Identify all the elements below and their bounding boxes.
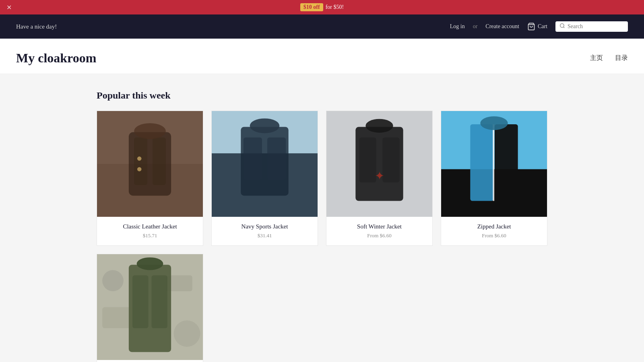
svg-point-8 — [134, 123, 166, 139]
product-image-3: ✦ — [326, 111, 432, 217]
product-price-2: $31.41 — [218, 232, 311, 239]
product-card-2[interactable]: Navy Sports Jacket $31.41 — [211, 111, 318, 246]
jacket-visual-1 — [97, 111, 203, 217]
main-content: Popular this week — [80, 74, 564, 362]
nav-catalog-link[interactable]: 目录 — [615, 54, 628, 62]
product-info-2: Navy Sports Jacket $31.41 — [212, 217, 318, 245]
product-name-4: Zipped Jacket — [448, 223, 541, 230]
svg-rect-39 — [132, 276, 148, 329]
jacket-visual-4 — [441, 111, 547, 217]
cart-label: Cart — [538, 23, 547, 30]
svg-rect-22 — [382, 138, 399, 183]
search-icon — [559, 23, 565, 30]
product-grid-row2: Olive Green Jacket From $5.34 — [97, 254, 547, 362]
product-price-3: From $6.60 — [333, 232, 426, 239]
svg-rect-40 — [151, 276, 167, 329]
svg-line-2 — [564, 27, 565, 28]
product-name-2: Navy Sports Jacket — [218, 223, 311, 230]
store-title: My cloakroom — [16, 51, 96, 66]
jacket-visual-5 — [97, 254, 203, 360]
product-price-1: $15.71 — [103, 232, 196, 239]
svg-text:✦: ✦ — [375, 169, 384, 182]
jacket-visual-3: ✦ — [326, 111, 432, 217]
svg-point-14 — [250, 118, 280, 133]
product-card-3[interactable]: ✦ Soft Winter Jacket From $6.60 — [326, 111, 433, 246]
product-info-4: Zipped Jacket From $6.60 — [441, 217, 547, 245]
svg-point-33 — [102, 270, 124, 291]
product-card-5[interactable]: Olive Green Jacket From $5.34 — [97, 254, 203, 362]
product-price-4: From $6.60 — [448, 232, 541, 239]
promo-text: for $50! — [326, 4, 344, 10]
svg-point-9 — [137, 156, 142, 161]
section-title: Popular this week — [97, 90, 547, 101]
navbar: Have a nice day! Log in or Create accoun… — [0, 14, 644, 39]
product-card-4[interactable]: Zipped Jacket From $6.60 — [441, 111, 547, 246]
search-box — [555, 21, 628, 32]
product-info-5: Olive Green Jacket From $5.34 — [97, 360, 203, 362]
svg-rect-28 — [495, 124, 518, 201]
nav-home-link[interactable]: 主页 — [590, 54, 603, 62]
cart-icon — [527, 23, 535, 31]
svg-rect-7 — [153, 138, 166, 185]
svg-point-34 — [174, 320, 200, 347]
svg-rect-27 — [470, 124, 493, 201]
svg-rect-15 — [244, 138, 262, 180]
svg-rect-21 — [359, 138, 376, 183]
svg-point-20 — [365, 119, 393, 133]
nav-right: Log in or Create account Cart — [450, 21, 628, 32]
login-link[interactable]: Log in — [450, 23, 465, 30]
svg-rect-16 — [267, 138, 286, 180]
promo-badge: $10 off — [300, 3, 323, 11]
product-name-1: Classic Leather Jacket — [103, 223, 196, 230]
product-info-3: Soft Winter Jacket From $6.60 — [326, 217, 432, 245]
product-image-2 — [212, 111, 318, 217]
product-grid-row1: Classic Leather Jacket $15.71 — [97, 111, 547, 246]
svg-point-10 — [137, 167, 142, 171]
product-image-5 — [97, 254, 203, 360]
jacket-visual-2 — [212, 111, 318, 217]
product-info-1: Classic Leather Jacket $15.71 — [97, 217, 203, 245]
nav-or: or — [473, 23, 478, 30]
svg-point-1 — [560, 24, 564, 27]
svg-point-30 — [480, 116, 508, 130]
promo-close-icon[interactable]: ✕ — [6, 4, 12, 11]
promo-bar: ✕ $10 off for $50! — [0, 0, 644, 14]
create-account-link[interactable]: Create account — [485, 23, 519, 30]
product-card-1[interactable]: Classic Leather Jacket $15.71 — [97, 111, 203, 246]
header-nav: 主页 目录 — [590, 54, 628, 62]
cart-button[interactable]: Cart — [527, 23, 547, 31]
svg-rect-6 — [134, 138, 147, 185]
svg-point-38 — [137, 257, 163, 270]
product-image-1 — [97, 111, 203, 217]
product-image-4 — [441, 111, 547, 217]
search-input[interactable] — [568, 23, 624, 30]
page-header: My cloakroom 主页 目录 — [0, 39, 644, 74]
product-name-3: Soft Winter Jacket — [333, 223, 426, 230]
nav-greeting: Have a nice day! — [16, 23, 57, 30]
